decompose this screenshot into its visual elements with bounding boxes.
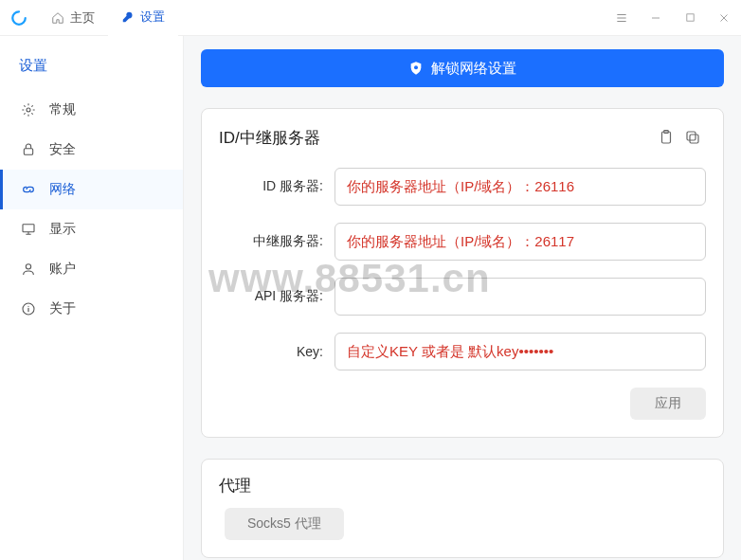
home-icon <box>51 11 64 25</box>
sidebar: 设置 常规 安全 网络 显示 <box>0 36 184 560</box>
key-label: Key: <box>219 344 334 359</box>
info-icon <box>21 301 36 316</box>
svg-rect-9 <box>690 135 698 143</box>
api-server-label: API 服务器: <box>219 288 334 305</box>
sidebar-item-label: 网络 <box>49 181 76 198</box>
proxy-card: 代理 Socks5 代理 <box>201 459 724 558</box>
link-icon <box>21 182 36 197</box>
copy-button[interactable] <box>679 124 706 151</box>
sidebar-title: 设置 <box>0 47 183 90</box>
svg-rect-3 <box>23 225 34 232</box>
svg-rect-0 <box>686 14 693 21</box>
proxy-card-title: 代理 <box>219 475 706 497</box>
svg-point-4 <box>26 264 30 269</box>
id-server-label: ID 服务器: <box>219 178 334 195</box>
paste-button[interactable] <box>653 124 679 151</box>
tab-home[interactable]: 主页 <box>38 0 108 36</box>
apply-button[interactable]: 应用 <box>630 388 706 420</box>
app-logo <box>0 9 38 27</box>
sidebar-item-display[interactable]: 显示 <box>0 209 183 249</box>
sidebar-item-label: 安全 <box>49 141 76 158</box>
wrench-icon <box>121 10 135 24</box>
svg-point-1 <box>27 108 30 112</box>
api-server-input[interactable] <box>334 278 706 316</box>
sidebar-item-about[interactable]: 关于 <box>0 289 183 329</box>
shield-icon <box>408 61 424 76</box>
close-button[interactable] <box>707 0 741 36</box>
main-panel: 解锁网络设置 ID/中继服务器 ID 服务器: 中继服务器: <box>184 36 741 560</box>
monitor-icon <box>21 222 36 237</box>
sidebar-item-security[interactable]: 安全 <box>0 130 183 170</box>
sidebar-item-account[interactable]: 账户 <box>0 249 183 289</box>
minimize-button[interactable] <box>639 0 673 36</box>
menu-button[interactable] <box>605 0 639 36</box>
sidebar-item-general[interactable]: 常规 <box>0 90 183 130</box>
unlock-label: 解锁网络设置 <box>431 60 516 78</box>
relay-card-title: ID/中继服务器 <box>219 127 653 149</box>
key-input[interactable] <box>334 333 706 370</box>
relay-server-label: 中继服务器: <box>219 233 334 250</box>
maximize-button[interactable] <box>673 0 707 36</box>
sidebar-item-label: 账户 <box>49 261 76 278</box>
user-icon <box>21 262 36 277</box>
sidebar-item-label: 常规 <box>49 101 76 118</box>
id-server-input[interactable] <box>334 168 706 206</box>
socks5-proxy-button[interactable]: Socks5 代理 <box>225 508 344 540</box>
tab-settings-label: 设置 <box>140 9 165 26</box>
tab-home-label: 主页 <box>70 9 95 27</box>
tab-settings[interactable]: 设置 <box>108 0 178 36</box>
svg-rect-10 <box>687 132 696 140</box>
relay-server-card: ID/中继服务器 ID 服务器: 中继服务器: API 服务器: <box>201 108 724 438</box>
unlock-network-button[interactable]: 解锁网络设置 <box>201 49 724 87</box>
svg-point-6 <box>414 65 418 69</box>
lock-icon <box>21 142 36 157</box>
svg-rect-2 <box>24 149 32 155</box>
sidebar-item-label: 关于 <box>49 300 76 317</box>
titlebar: 主页 设置 <box>0 0 741 36</box>
sidebar-item-network[interactable]: 网络 <box>0 170 183 209</box>
sidebar-item-label: 显示 <box>49 221 76 238</box>
relay-server-input[interactable] <box>334 223 706 261</box>
gear-icon <box>21 102 36 117</box>
